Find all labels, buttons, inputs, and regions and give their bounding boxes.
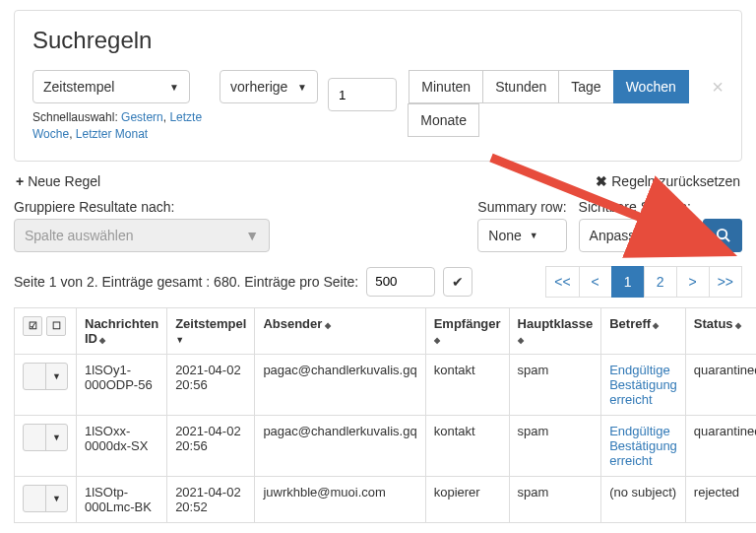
chevron-down-icon: ▼ bbox=[169, 82, 179, 93]
cell-class: spam bbox=[509, 354, 601, 415]
row-select[interactable]: ▼ bbox=[23, 363, 68, 390]
th-subject[interactable]: Betreff bbox=[609, 316, 659, 331]
caret-down-icon[interactable]: ▼ bbox=[46, 364, 67, 389]
table-row: ▼1lSOy1-000ODP-562021-04-02 20:56pagac@c… bbox=[15, 354, 757, 415]
quick-link-last-month[interactable]: Letzter Monat bbox=[76, 127, 148, 141]
table-row: ▼1lSOtp-000Lmc-BK2021-04-02 20:52juwrkhb… bbox=[15, 476, 757, 522]
page-2[interactable]: 2 bbox=[644, 266, 677, 298]
unit-stunden[interactable]: Stunden bbox=[482, 70, 559, 103]
panel-title: Suchregeln bbox=[32, 27, 724, 54]
page-<[interactable]: < bbox=[579, 266, 612, 298]
operator-select[interactable]: vorherige▼ bbox=[220, 70, 318, 103]
th-class[interactable]: Hauptklasse bbox=[518, 316, 594, 346]
page->[interactable]: > bbox=[676, 266, 710, 298]
search-rules-panel: Suchregeln Zeitstempel▼ Schnellauswahl: … bbox=[14, 10, 742, 162]
th-sender[interactable]: Absender bbox=[263, 316, 330, 331]
row-select[interactable]: ▼ bbox=[23, 485, 68, 512]
chevron-down-icon: ▼ bbox=[297, 82, 307, 93]
cell-sender: pagac@chandlerkuvalis.gq bbox=[255, 415, 425, 476]
th-timestamp[interactable]: Zeitstempel bbox=[175, 316, 246, 331]
cell-subject[interactable]: Endgültige Bestätigung erreicht bbox=[601, 354, 686, 415]
row-select[interactable]: ▼ bbox=[23, 424, 68, 451]
close-icon[interactable]: × bbox=[712, 70, 724, 99]
cell-status: quarantined bbox=[685, 354, 756, 415]
cell-id: 1lSOtp-000Lmc-BK bbox=[77, 476, 167, 522]
caret-down-icon: ▼ bbox=[530, 231, 538, 240]
caret-down-icon[interactable]: ▼ bbox=[46, 486, 67, 511]
sort-desc-icon: ▼ bbox=[175, 335, 184, 345]
quick-link-yesterday[interactable]: Gestern bbox=[121, 110, 163, 124]
cell-recipient: kontakt bbox=[425, 354, 509, 415]
table-row: ▼1lSOxx-0000dx-SX2021-04-02 20:56pagac@c… bbox=[15, 415, 757, 476]
cell-ts: 2021-04-02 20:52 bbox=[167, 476, 255, 522]
cell-subject[interactable]: Endgültige Bestätigung erreicht bbox=[601, 415, 686, 476]
deselect-all-icon[interactable]: ☐ bbox=[46, 316, 66, 336]
cell-sender: pagac@chandlerkuvalis.gq bbox=[255, 354, 425, 415]
visible-columns-label: Sichtbare Spalten: bbox=[579, 199, 691, 215]
page-1[interactable]: 1 bbox=[611, 266, 645, 298]
results-table: ☑ ☐ Nachrichten ID Zeitstempel ▼ Absende… bbox=[14, 307, 756, 523]
search-icon bbox=[716, 228, 730, 242]
cell-ts: 2021-04-02 20:56 bbox=[167, 415, 255, 476]
unit-minuten[interactable]: Minuten bbox=[409, 70, 483, 103]
cell-recipient: kontakt bbox=[425, 415, 509, 476]
summary-label: Summary row: bbox=[477, 199, 566, 215]
quick-select: Schnellauswahl: Gestern, Letzte Woche, L… bbox=[32, 109, 210, 143]
check-icon: ✔ bbox=[452, 274, 464, 290]
svg-point-0 bbox=[717, 230, 725, 238]
select-all-icon[interactable]: ☑ bbox=[23, 316, 42, 336]
reset-rules-button[interactable]: ✖ Regeln zurücksetzen bbox=[596, 173, 740, 189]
group-by-label: Gruppiere Resultate nach: bbox=[14, 199, 270, 215]
svg-line-1 bbox=[725, 237, 729, 241]
cell-class: spam bbox=[509, 415, 601, 476]
cell-status: quarantined bbox=[685, 415, 756, 476]
field-select[interactable]: Zeitstempel▼ bbox=[32, 70, 190, 103]
group-by-select[interactable]: Spalte auswählen▼ bbox=[14, 219, 270, 252]
apply-per-page-button[interactable]: ✔ bbox=[443, 267, 472, 297]
cell-ts: 2021-04-02 20:56 bbox=[167, 354, 255, 415]
cell-class: spam bbox=[509, 476, 601, 522]
summary-select[interactable]: None▼ bbox=[477, 219, 566, 252]
caret-down-icon[interactable]: ▼ bbox=[46, 425, 67, 450]
cell-sender: juwrkhble@muoi.com bbox=[255, 476, 425, 522]
unit-button-group: MinutenStundenTageWochenMonate bbox=[409, 70, 694, 137]
search-button[interactable] bbox=[703, 219, 742, 252]
page-<<[interactable]: << bbox=[545, 266, 579, 298]
chevron-down-icon: ▼ bbox=[245, 228, 259, 243]
th-message-id[interactable]: Nachrichten ID bbox=[85, 316, 158, 346]
per-page-input[interactable] bbox=[366, 267, 435, 297]
unit-wochen[interactable]: Wochen bbox=[613, 70, 689, 103]
number-input[interactable] bbox=[328, 78, 397, 111]
pagination-info: Seite 1 von 2. Einträge gesamt : 680. Ei… bbox=[14, 274, 358, 290]
page->>[interactable]: >> bbox=[709, 266, 742, 298]
cell-id: 1lSOy1-000ODP-56 bbox=[77, 354, 167, 415]
cell-recipient: kopierer bbox=[425, 476, 509, 522]
visible-columns-select[interactable]: Anpassen▼ bbox=[579, 219, 687, 252]
cell-status: rejected bbox=[685, 476, 756, 522]
cell-subject: (no subject) bbox=[601, 476, 686, 522]
unit-monate[interactable]: Monate bbox=[408, 103, 479, 137]
th-status[interactable]: Status bbox=[694, 316, 741, 331]
th-recipient[interactable]: Empfänger bbox=[434, 316, 501, 346]
caret-down-icon: ▼ bbox=[667, 231, 676, 240]
new-rule-button[interactable]: + Neue Regel bbox=[16, 173, 100, 189]
unit-tage[interactable]: Tage bbox=[558, 70, 613, 103]
pager: <<<12>>> bbox=[546, 266, 742, 298]
cell-id: 1lSOxx-0000dx-SX bbox=[77, 415, 167, 476]
